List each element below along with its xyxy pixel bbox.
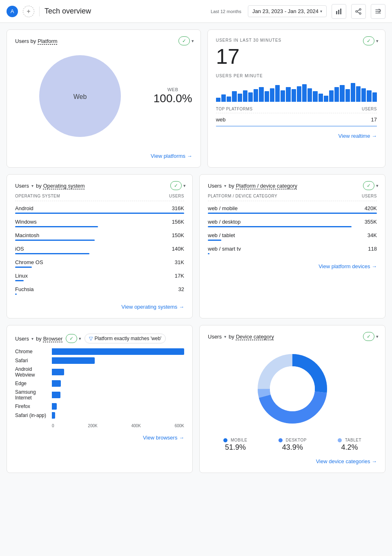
- browser-row: Android Webview: [15, 366, 184, 378]
- platform-card: Users by Platform ✓ ▾ Web WEB 100.0%: [7, 29, 201, 168]
- realtime-section-label: USERS IN LAST 30 MINUTES: [216, 38, 377, 43]
- realtime-dropdown-icon[interactable]: ▾: [376, 38, 379, 44]
- main-content: Users by Platform ✓ ▾ Web WEB 100.0%: [0, 23, 392, 480]
- os-row: Linux 17K: [15, 270, 184, 284]
- mini-bar: [324, 96, 328, 102]
- mini-bar: [372, 92, 377, 102]
- view-os-link[interactable]: View operating systems →: [15, 304, 184, 310]
- legend-dot: [223, 438, 227, 442]
- realtime-check-badge[interactable]: ✓: [363, 36, 374, 45]
- platform-card-title: Users by Platform: [15, 38, 192, 44]
- mini-bar: [356, 86, 361, 102]
- legend-dot: [278, 438, 283, 442]
- pd-check-badge[interactable]: ✓: [363, 181, 374, 190]
- svg-line-6: [357, 10, 359, 11]
- mini-bar: [281, 90, 285, 102]
- mini-bar: [265, 91, 269, 102]
- more-options-button[interactable]: [371, 4, 385, 19]
- mini-bar: [238, 94, 242, 102]
- date-range-label: Last 12 months: [211, 9, 241, 14]
- realtime-card-actions: ✓ ▾: [363, 36, 379, 45]
- device-donut: [208, 348, 377, 430]
- view-realtime-link[interactable]: View realtime →: [216, 133, 377, 139]
- filter-icon: ▽: [89, 336, 93, 341]
- per-minute-label: USERS PER MINUTE: [216, 74, 377, 78]
- browser-card: Users ▾ by Browser ✓ ▾ ▽ Platform exactl…: [7, 325, 193, 473]
- browser-card-header: Users ▾ by Browser ✓ ▾ ▽ Platform exactl…: [15, 334, 184, 343]
- device-dropdown-icon[interactable]: ▾: [376, 334, 379, 339]
- device-card-title: Users ▾ by Device category: [208, 334, 377, 340]
- platform-device-card: Users ▾ by Platform / device category ✓ …: [199, 174, 385, 318]
- users-chevron-icon: ▾: [31, 184, 33, 188]
- pd-row: web / tablet 34K: [208, 230, 377, 243]
- dropdown-arrow-icon[interactable]: ▾: [192, 38, 194, 44]
- browser-chart: Chrome Safari Android Webview Edge Samsu…: [15, 348, 184, 419]
- os-card-title: Users ▾ by Operating system: [15, 183, 184, 189]
- svg-point-4: [359, 13, 361, 14]
- device-users-chevron: ▾: [224, 334, 226, 339]
- date-range-selector[interactable]: Jan 23, 2023 - Jan 23, 2024 ▾: [248, 5, 327, 17]
- mini-bar: [259, 87, 263, 102]
- device-legend-item: MOBILE 51.9%: [223, 438, 247, 452]
- mini-bar: [275, 85, 280, 102]
- browser-axis: 0200K400K600K: [15, 424, 184, 428]
- svg-point-5: [356, 11, 357, 12]
- row-2: Users ▾ by Operating system ✓ ▾ OPERATIN…: [7, 174, 385, 318]
- view-platform-devices-link[interactable]: View platform devices →: [208, 263, 377, 269]
- mini-bar: [227, 96, 231, 102]
- mini-bar: [243, 90, 247, 102]
- pd-row: web / mobile 420K: [208, 203, 377, 216]
- pd-dropdown-icon[interactable]: ▾: [376, 183, 379, 188]
- mini-bar: [286, 87, 290, 102]
- realtime-card: ✓ ▾ USERS IN LAST 30 MINUTES 17 USERS PE…: [207, 29, 385, 168]
- platform-view-link-wrap: View platforms →: [15, 143, 192, 159]
- os-row: Macintosh 150K: [15, 230, 184, 243]
- date-range-value: Jan 23, 2023 - Jan 23, 2024: [252, 8, 318, 14]
- platform-row: web 17: [216, 113, 377, 126]
- filter-badge[interactable]: ▽ Platform exactly matches 'web': [85, 334, 166, 343]
- view-device-categories-link[interactable]: View device categories →: [208, 458, 377, 464]
- svg-rect-0: [336, 11, 337, 14]
- platform-legend-value: 100.0%: [154, 92, 192, 105]
- mini-bar: [270, 88, 274, 102]
- svg-line-7: [357, 11, 359, 13]
- view-platforms-link[interactable]: View platforms →: [15, 153, 192, 159]
- device-card-actions: ✓ ▾: [363, 332, 379, 341]
- browser-row: Safari (in-app): [15, 412, 184, 419]
- check-badge[interactable]: ✓: [178, 36, 190, 45]
- platform-content: Web WEB 100.0%: [15, 49, 192, 143]
- browser-row: Safari: [15, 357, 184, 364]
- platform-device-title: Users ▾ by Platform / device category: [208, 183, 377, 189]
- device-check-badge[interactable]: ✓: [363, 332, 374, 341]
- mini-bar: [367, 90, 371, 102]
- device-legend: MOBILE 51.9% DESKTOP 43.9% TABLET 4.2%: [208, 438, 377, 452]
- browser-check-badge[interactable]: ✓: [66, 334, 77, 343]
- legend-dot: [338, 438, 342, 442]
- header-controls: Last 12 months Jan 23, 2023 - Jan 23, 20…: [211, 4, 385, 19]
- os-row: Fuchsia 32: [15, 284, 184, 297]
- mini-bar: [318, 94, 323, 102]
- os-dropdown-icon[interactable]: ▾: [183, 183, 186, 188]
- browser-card-actions: ✓ ▾: [66, 334, 81, 343]
- avatar: A: [7, 6, 18, 17]
- header: A + Tech overview Last 12 months Jan 23,…: [0, 0, 392, 23]
- device-legend-item: DESKTOP 43.9%: [278, 438, 307, 452]
- os-row: Chrome OS 31K: [15, 257, 184, 270]
- chart-icon-button[interactable]: [332, 4, 346, 19]
- row-1: Users by Platform ✓ ▾ Web WEB 100.0%: [7, 29, 385, 168]
- browser-dropdown-icon[interactable]: ▾: [79, 336, 81, 341]
- browser-users-chevron: ▾: [31, 336, 33, 341]
- platform-legend-label: WEB: [154, 87, 192, 92]
- page-title: Tech overview: [45, 7, 206, 16]
- chevron-down-icon: ▾: [320, 9, 322, 13]
- os-check-badge[interactable]: ✓: [170, 181, 182, 190]
- svg-text:Web: Web: [74, 93, 87, 100]
- platform-row-name: web: [216, 117, 226, 123]
- share-icon-button[interactable]: [351, 4, 366, 19]
- mini-bar: [345, 89, 350, 102]
- device-legend-item: TABLET 4.2%: [338, 438, 361, 452]
- mini-bar: [221, 94, 226, 102]
- add-button[interactable]: +: [23, 6, 34, 17]
- view-browsers-link[interactable]: View browsers →: [15, 435, 184, 441]
- svg-rect-2: [340, 9, 341, 14]
